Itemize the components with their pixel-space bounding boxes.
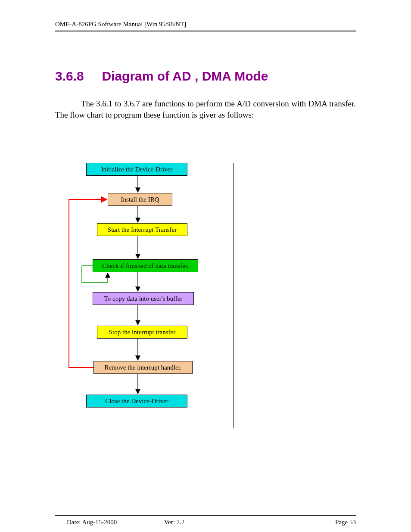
footer-rule <box>55 515 356 516</box>
footer-date: Date: Aug-15-2000 <box>67 519 117 526</box>
arrow-check-selfloop <box>82 266 108 283</box>
flow-arrows <box>73 163 233 430</box>
footer-page: Page 53 <box>335 519 356 526</box>
paragraph-text: The 3.6.1 to 3.6.7 are functions to perf… <box>55 99 356 119</box>
section-title: Diagram of AD , DMA Mode <box>102 69 268 83</box>
page-footer: Date: Aug-15-2000 Ver: 2.2 Page 53 <box>67 519 356 526</box>
section-heading: 3.6.8 Diagram of AD , DMA Mode <box>55 69 268 84</box>
page-header: OME-A-826PG Software Manual [Win 95/98/N… <box>55 21 356 31</box>
section-number: 3.6.8 <box>55 69 84 83</box>
arrow-remove-loopback <box>69 199 107 367</box>
side-frame <box>233 163 357 428</box>
header-text: OME-A-826PG Software Manual [Win 95/98/N… <box>55 21 186 28</box>
footer-version: Ver: 2.2 <box>164 519 185 526</box>
body-paragraph: The 3.6.1 to 3.6.7 are functions to perf… <box>55 98 356 120</box>
